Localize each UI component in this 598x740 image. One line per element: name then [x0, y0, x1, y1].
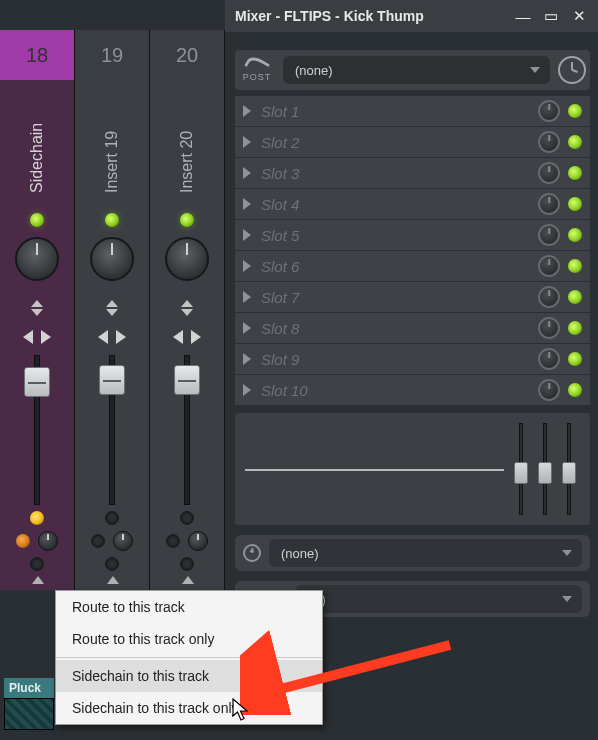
output-select[interactable]: (none): [269, 539, 582, 567]
fx-slot[interactable]: Slot 2: [235, 127, 590, 157]
fx-slot[interactable]: Slot 4: [235, 189, 590, 219]
track-number-18[interactable]: 18: [0, 30, 75, 80]
eq-low-slider[interactable]: [512, 423, 530, 515]
eq-mid-slider[interactable]: [536, 423, 554, 515]
volume-fader[interactable]: [92, 355, 132, 505]
eq-sliders: [512, 419, 584, 519]
slot-mix-knob[interactable]: [538, 162, 560, 184]
output-select-2[interactable]: ne): [295, 585, 582, 613]
slot-mix-knob[interactable]: [538, 100, 560, 122]
slot-mix-knob[interactable]: [538, 224, 560, 246]
close-button[interactable]: ✕: [566, 5, 592, 27]
slot-mix-knob[interactable]: [538, 286, 560, 308]
slot-mix-knob[interactable]: [538, 317, 560, 339]
volume-fader[interactable]: [17, 355, 57, 505]
pattern-label: Pluck: [4, 678, 54, 698]
route-caret-icon[interactable]: [32, 576, 44, 584]
fx-enable-icon[interactable]: [91, 534, 105, 548]
track-name: Insert 20: [178, 93, 196, 193]
slot-mix-knob[interactable]: [538, 348, 560, 370]
eq-high-slider[interactable]: [560, 423, 578, 515]
dock-indicator-icon[interactable]: [180, 557, 194, 571]
menu-separator: [56, 657, 322, 658]
mute-led-icon[interactable]: [30, 213, 44, 227]
stereo-sep-icon[interactable]: [21, 327, 53, 347]
slot-mix-knob[interactable]: [538, 255, 560, 277]
fx-slot[interactable]: Slot 8: [235, 313, 590, 343]
window-title: Mixer - FLTIPS - Kick Thump: [235, 8, 424, 24]
play-icon: [243, 322, 251, 334]
fx-enable-icon[interactable]: [166, 534, 180, 548]
fx-toggle-icon[interactable]: [100, 295, 124, 321]
menu-route-to-track[interactable]: Route to this track: [56, 591, 322, 623]
send-knob[interactable]: [113, 531, 133, 551]
mixer-track-19[interactable]: Insert 19: [75, 80, 150, 590]
mute-led-icon[interactable]: [180, 213, 194, 227]
pan-knob[interactable]: [15, 237, 59, 281]
fx-enable-icon[interactable]: [16, 534, 30, 548]
play-icon: [243, 353, 251, 365]
play-icon: [243, 198, 251, 210]
stereo-sep-icon[interactable]: [171, 327, 203, 347]
output-select-row: (none): [235, 535, 590, 571]
slot-mix-knob[interactable]: [538, 379, 560, 401]
slot-enable-led-icon[interactable]: [568, 383, 582, 397]
clock-icon[interactable]: [243, 544, 261, 562]
dock-indicator-icon[interactable]: [105, 557, 119, 571]
fx-slot[interactable]: Slot 5: [235, 220, 590, 250]
slot-enable-led-icon[interactable]: [568, 166, 582, 180]
pattern-clip-pluck[interactable]: Pluck: [4, 678, 54, 730]
route-caret-icon[interactable]: [182, 576, 194, 584]
slot-mix-knob[interactable]: [538, 131, 560, 153]
track-number-20[interactable]: 20: [150, 30, 225, 80]
latency-clock-icon[interactable]: [558, 56, 586, 84]
slot-mix-knob[interactable]: [538, 193, 560, 215]
menu-sidechain-to-track[interactable]: Sidechain to this track: [56, 660, 322, 692]
pattern-preview: [4, 698, 54, 730]
mixer-track-20[interactable]: Insert 20: [150, 80, 225, 590]
input-select-label: (none): [295, 63, 333, 78]
fx-slot[interactable]: Slot 6: [235, 251, 590, 281]
pan-knob[interactable]: [90, 237, 134, 281]
slot-enable-led-icon[interactable]: [568, 104, 582, 118]
slot-enable-led-icon[interactable]: [568, 259, 582, 273]
minimize-button[interactable]: —: [510, 5, 536, 27]
fx-toggle-icon[interactable]: [25, 295, 49, 321]
play-icon: [243, 260, 251, 272]
fx-slot[interactable]: Slot 10: [235, 375, 590, 405]
eq-plot[interactable]: [241, 419, 508, 519]
record-arm-icon[interactable]: [180, 511, 194, 525]
input-select[interactable]: (none): [283, 56, 550, 84]
mute-led-icon[interactable]: [105, 213, 119, 227]
fx-slot[interactable]: Slot 9: [235, 344, 590, 374]
slot-enable-led-icon[interactable]: [568, 290, 582, 304]
pan-knob[interactable]: [165, 237, 209, 281]
fx-slot[interactable]: Slot 3: [235, 158, 590, 188]
track-name: Sidechain: [28, 93, 46, 193]
fx-slot[interactable]: Slot 1: [235, 96, 590, 126]
record-arm-icon[interactable]: [105, 511, 119, 525]
menu-sidechain-to-track-only[interactable]: Sidechain to this track only: [56, 692, 322, 724]
output-select-label: (none): [281, 546, 319, 561]
track-number-19[interactable]: 19: [75, 30, 150, 80]
send-knob[interactable]: [38, 531, 58, 551]
slot-enable-led-icon[interactable]: [568, 135, 582, 149]
dock-indicator-icon[interactable]: [30, 557, 44, 571]
menu-route-to-track-only[interactable]: Route to this track only: [56, 623, 322, 655]
fx-toggle-icon[interactable]: [175, 295, 199, 321]
fx-slot[interactable]: Slot 7: [235, 282, 590, 312]
volume-fader[interactable]: [167, 355, 207, 505]
slot-enable-led-icon[interactable]: [568, 197, 582, 211]
post-icon[interactable]: POST: [239, 55, 275, 85]
send-knob[interactable]: [188, 531, 208, 551]
mixer-track-18[interactable]: Sidechain: [0, 80, 75, 590]
restore-button[interactable]: ▭: [538, 5, 564, 27]
slot-enable-led-icon[interactable]: [568, 228, 582, 242]
slot-enable-led-icon[interactable]: [568, 321, 582, 335]
record-arm-icon[interactable]: [30, 511, 44, 525]
play-icon: [243, 291, 251, 303]
stereo-sep-icon[interactable]: [96, 327, 128, 347]
slot-enable-led-icon[interactable]: [568, 352, 582, 366]
chevron-right-icon: [530, 67, 540, 73]
route-caret-icon[interactable]: [107, 576, 119, 584]
